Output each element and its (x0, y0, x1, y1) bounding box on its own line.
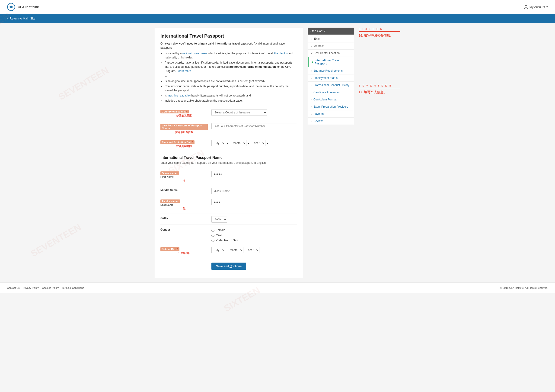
main-layout: International Travel Passport On exam da… (150, 28, 405, 278)
expiry-year-select[interactable]: Year (251, 140, 265, 146)
middle-name-input[interactable] (212, 188, 297, 194)
given-name-label: Given Name* (161, 171, 179, 175)
gender-row: Gender Female Male (161, 225, 297, 244)
save-continue-button[interactable]: Save and Continue (212, 263, 246, 270)
sixteen-line (359, 31, 400, 32)
expiry-day-select[interactable]: Day (212, 140, 225, 146)
gender-label: Gender (161, 228, 170, 231)
learn-more-link[interactable]: Learn more (177, 69, 191, 73)
bullet-3: Is an original document (photocopies are… (165, 79, 297, 83)
bullet-2a (169, 74, 297, 78)
expiry-control: Day ▾ Month ▾ Year ▾ (212, 139, 297, 146)
sidebar-item-employment[interactable]: ○ Employment Status (308, 74, 354, 82)
gender-radio-group: Female Male Prefer Not To Say (212, 228, 297, 242)
family-name-row: Family Name* Last Name 姓 (161, 196, 297, 213)
expiry-label-cell: Passport Expiration Date* 护照到期时间 (161, 139, 212, 149)
logo-area: CFA Institute (7, 3, 39, 11)
sidebar-item-review[interactable]: ○ Review (308, 118, 354, 125)
country-row: Country of Issuance* 护照签发国家 Select a Cou… (161, 106, 297, 120)
right-annotation-panel: S I X T E E N 16. 填写护照相关信息。 S E V E N T … (359, 28, 400, 278)
passport-chinese: 护照最后四位数 (161, 130, 208, 135)
footer-contact-link[interactable]: Contact Us (7, 287, 20, 289)
gender-female[interactable]: Female (212, 229, 297, 232)
suffix-label: Suffix (161, 217, 168, 220)
bullet-1: Is issued by a national government which… (165, 51, 297, 60)
annotation-sixteen: S I X T E E N 16. 填写护照相关信息。 (359, 28, 400, 38)
suffix-select[interactable]: Suffix (212, 216, 227, 223)
sidebar-item-curriculum[interactable]: ○ Curriculum Format (308, 96, 354, 103)
sidebar-test-center-label: Test Center Location (314, 52, 340, 55)
review-circle-icon: ○ (311, 120, 312, 122)
sidebar-agreement-label: Candidate Agreement (314, 91, 340, 94)
sidebar-payment-label: Payment (314, 112, 324, 116)
given-name-chinese: 名 (161, 178, 208, 183)
sidebar-item-payment[interactable]: ○ Payment (308, 111, 354, 118)
dob-day-select[interactable]: Day (212, 247, 225, 253)
intro-bold: On exam day, you'll need to bring a vali… (161, 42, 253, 45)
intro-text: On exam day, you'll need to bring a vali… (161, 42, 297, 103)
gender-prefer-not[interactable]: Prefer Not To Say (212, 239, 297, 242)
my-account-label: My Account (530, 5, 545, 8)
sidebar-curriculum-label: Curriculum Format (314, 98, 336, 101)
passport-form-section: Country of Issuance* 护照签发国家 Select a Cou… (161, 106, 297, 151)
sidebar-item-test-center[interactable]: ✓ Test Center Location (308, 50, 354, 57)
nav-bar: Return to Main Site (0, 14, 555, 23)
gender-male-label: Male (216, 234, 222, 237)
conduct-circle-icon: ○ (311, 84, 312, 87)
dob-month-select[interactable]: Month (227, 247, 243, 253)
family-name-chinese: 姓 (161, 207, 208, 211)
sidebar-entrance-label: Entrance Requirements (314, 69, 343, 72)
gender-female-radio[interactable] (212, 229, 214, 232)
my-account-button[interactable]: My Account ▾ (524, 5, 548, 9)
footer: Contact Us Privacy Policy Cookies Policy… (0, 282, 555, 293)
sidebar-item-entrance[interactable]: ○ Entrance Requirements (308, 67, 354, 74)
sidebar-item-conduct[interactable]: ○ Professional Conduct History (308, 82, 354, 89)
expiry-month-label: ▾ (248, 141, 249, 145)
given-name-row: Given Name* First Name 名 (161, 168, 297, 185)
family-name-input[interactable] (212, 199, 297, 205)
gender-male[interactable]: Male (212, 234, 297, 237)
gender-male-radio[interactable] (212, 234, 214, 237)
family-name-control (212, 198, 297, 205)
expiry-day-label: ▾ (227, 141, 228, 145)
gender-control: Female Male Prefer Not To Say (212, 227, 297, 242)
expiry-month-select[interactable]: Month (230, 140, 246, 146)
payment-circle-icon: ○ (311, 113, 312, 115)
sidebar-item-exam[interactable]: ✓ Exam (308, 35, 354, 43)
sidebar-item-agreement[interactable]: ○ Candidate Agreement (308, 89, 354, 96)
sidebar-passport-label: International Travel Passport (314, 59, 351, 65)
given-name-input[interactable] (212, 171, 297, 177)
footer-terms-link[interactable]: Terms & Conditions (62, 287, 84, 289)
suffix-control: Suffix (212, 215, 297, 223)
name-section-title: International Travel Passport Name (161, 156, 297, 160)
footer-cookies-link[interactable]: Cookies Policy (42, 287, 59, 289)
dob-label: Date of Birth* (161, 247, 179, 251)
sidebar-item-address[interactable]: ✓ Address (308, 43, 354, 50)
dob-year-select[interactable]: Year (245, 247, 259, 253)
sidebar: Step 4 of 12 ✓ Exam ✓ Address ✓ Test Cen… (308, 28, 354, 278)
sidebar-item-passport[interactable]: ● International Travel Passport (308, 57, 354, 67)
family-name-label: Family Name* (161, 200, 180, 203)
agreement-circle-icon: ○ (311, 91, 312, 94)
account-icon (524, 5, 528, 9)
country-select[interactable]: Select a Country of Issuance (212, 109, 267, 116)
passport-label-cell: Last Four Characters of Passport Number*… (161, 122, 212, 135)
seventeen-label: S E V E N T E E N (359, 84, 400, 87)
family-name-label-cell: Family Name* Last Name 姓 (161, 198, 212, 211)
back-to-main-link[interactable]: Return to Main Site (7, 17, 36, 20)
passport-bullet-icon: ● (311, 60, 313, 64)
bullet-6: Includes a recognizable photograph on th… (165, 99, 297, 103)
sidebar-item-exam-prep[interactable]: ○ Exam Preparation Providers (308, 103, 354, 111)
footer-privacy-link[interactable]: Privacy Policy (23, 287, 38, 289)
gender-prefer-not-radio[interactable] (212, 239, 214, 242)
passport-number-input[interactable] (212, 123, 297, 129)
account-chevron-icon: ▾ (547, 5, 548, 8)
gender-female-label: Female (216, 229, 225, 232)
sidebar-exam-label: Exam (314, 37, 321, 40)
seventeen-text: 17. 填写个人信息。 (359, 90, 400, 94)
step-indicator: Step 4 of 12 (308, 28, 354, 35)
sidebar-address-label: Address (314, 44, 324, 48)
name-form-section: Given Name* First Name 名 Middle Name (161, 168, 297, 258)
sidebar-nav-list: ✓ Exam ✓ Address ✓ Test Center Location … (308, 35, 354, 125)
passport-control (212, 122, 297, 129)
